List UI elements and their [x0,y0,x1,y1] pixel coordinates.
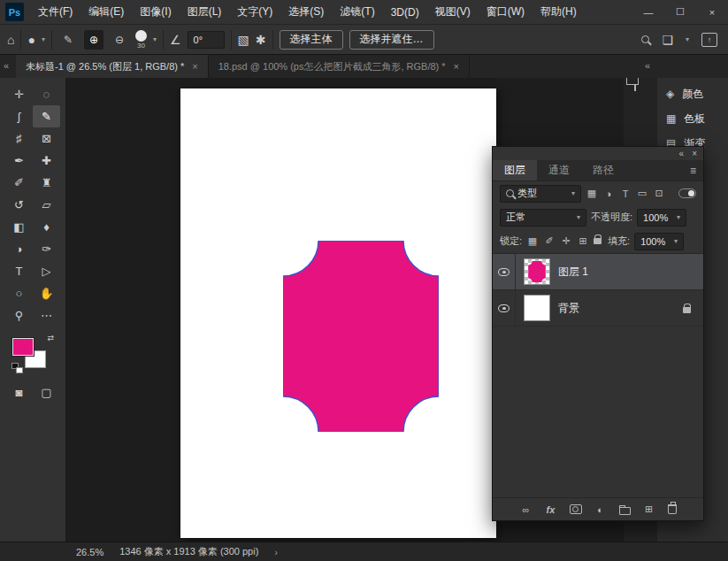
panel-menu-icon[interactable]: ≡ [690,165,703,177]
menu-3d[interactable]: 3D(D) [383,0,427,25]
quick-selection-tool[interactable]: ✎ [33,105,60,127]
menu-filter[interactable]: 滤镜(T) [332,0,382,25]
tab-layers[interactable]: 图层 [493,160,537,181]
menu-edit[interactable]: 编辑(E) [80,0,132,25]
quick-mask-button[interactable]: ◙ [5,381,33,403]
tab-channels[interactable]: 通道 [537,160,581,181]
add-to-selection-mode-button[interactable]: ⊕ [84,30,103,50]
layer-row-layer1[interactable]: 图层 1 [493,254,703,290]
document-canvas[interactable] [180,88,496,538]
layer-thumbnail[interactable] [524,258,550,285]
shape-tool[interactable]: ○ [5,282,33,304]
screen-mode-button[interactable]: ▢ [33,381,60,403]
close-panel-icon[interactable]: × [692,149,697,158]
opacity-input[interactable]: 100% ▾ [637,209,686,227]
layer-filter-type-select[interactable]: 类型 ▾ [500,185,581,203]
delete-layer-icon[interactable] [668,504,677,514]
brush-angle-input[interactable]: 0° [188,31,225,49]
close-tab-icon[interactable]: × [454,61,459,72]
eraser-tool[interactable]: ▱ [33,194,60,216]
blur-tool[interactable]: ♦ [33,216,60,238]
subtract-from-selection-mode-button[interactable]: ⊖ [110,30,129,50]
fill-input[interactable]: 100% ▾ [634,233,684,250]
default-colors-icon[interactable] [11,363,25,374]
maximize-button[interactable]: ☐ [664,0,696,25]
status-chevron-icon[interactable]: › [274,547,278,557]
tab-paths[interactable]: 路径 [581,160,625,181]
dodge-tool[interactable]: ◑ [5,238,33,260]
pixel-layers-filter-icon[interactable]: ▦ [586,188,598,199]
share-image-icon[interactable]: ↑ [701,33,717,47]
document-tab-untitled[interactable]: 未标题-1 @ 26.5% (图层 1, RGB/8) * × [16,55,209,78]
path-selection-tool[interactable]: ▷ [33,260,60,282]
select-subject-button[interactable]: 选择主体 [280,30,343,50]
menu-type[interactable]: 文字(Y) [229,0,280,25]
type-layers-filter-icon[interactable]: T [619,188,632,199]
document-tab-18psd[interactable]: 18.psd @ 100% (ps怎么把图片截成三角形, RGB/8) * × [209,55,470,78]
gradient-tool[interactable]: ◧ [5,216,33,238]
lasso-tool[interactable]: ʃ [5,105,33,127]
layer-style-icon[interactable]: fx [545,504,557,515]
brush-settings-icon[interactable]: ✱ [256,33,266,47]
panel-header[interactable]: « × [493,147,703,160]
layer-row-background[interactable]: 背景 [493,290,703,327]
lock-artboard-icon[interactable]: ⊞ [577,235,589,247]
menu-layer[interactable]: 图层(L) [180,0,230,25]
menu-file[interactable]: 文件(F) [30,0,80,25]
filter-toggle[interactable] [678,188,696,198]
add-layer-mask-icon[interactable] [570,504,582,514]
chevron-down-icon[interactable]: ▾ [686,35,689,43]
select-and-mask-button[interactable]: 选择并遮住… [349,30,434,50]
collapse-tools-icon[interactable]: « [4,60,9,71]
zoom-level[interactable]: 26.5% [76,547,103,557]
panels-icon[interactable] [634,77,636,91]
visibility-toggle[interactable] [493,254,516,289]
close-tab-icon[interactable]: × [192,61,197,72]
chevron-down-icon[interactable]: ▾ [153,35,157,43]
lock-position-icon[interactable]: ✛ [560,235,572,247]
swap-colors-icon[interactable]: ⇄ [47,334,54,342]
search-icon[interactable] [641,35,649,43]
lock-transparency-icon[interactable]: ▦ [526,235,539,247]
menu-window[interactable]: 窗口(W) [479,0,533,25]
menu-help[interactable]: 帮助(H) [533,0,585,25]
frame-tool[interactable]: ⊠ [33,127,60,150]
menu-image[interactable]: 图像(I) [132,0,179,25]
home-icon[interactable]: ⌂ [7,33,14,47]
workspace-switcher-icon[interactable]: ❏ [662,33,673,47]
crop-tool[interactable]: ♯ [5,127,33,150]
spot-healing-tool[interactable]: ✚ [33,150,60,172]
layer-thumbnail[interactable] [524,295,550,321]
zoom-tool[interactable]: ⚲ [5,304,33,327]
move-tool[interactable]: ✛ [5,83,33,105]
brush-size-picker[interactable]: 30 [135,30,147,50]
tool-preset-icon[interactable]: ● [27,33,34,47]
lock-all-icon[interactable] [594,238,602,244]
collapse-panel-icon[interactable]: « [679,149,685,158]
hand-tool[interactable]: ✋ [33,282,60,304]
lock-pixels-icon[interactable]: ✐ [543,235,556,247]
new-selection-mode-button[interactable]: ✎ [58,30,78,50]
panel-item-color[interactable]: ◈ 颜色 [657,81,728,106]
panel-item-swatches[interactable]: ▦ 色板 [657,106,728,131]
eyedropper-tool[interactable]: ✒ [5,150,33,172]
clone-stamp-tool[interactable]: ♜ [33,172,60,194]
adjustment-layer-icon[interactable]: ◐ [594,504,607,515]
history-brush-tool[interactable]: ↺ [5,194,33,216]
brush-tool[interactable]: ✐ [5,172,33,194]
menu-select[interactable]: 选择(S) [280,0,332,25]
new-layer-icon[interactable]: ⊞ [643,503,655,515]
chevron-down-icon[interactable]: ▾ [42,35,45,43]
pen-tool[interactable]: ✑ [33,238,60,260]
blend-mode-select[interactable]: 正常 ▾ [500,209,586,227]
type-tool[interactable]: T [5,260,33,282]
edit-toolbar-button[interactable]: ⋯ [33,304,60,327]
minimize-button[interactable]: — [632,0,664,25]
smart-objects-filter-icon[interactable]: ⊡ [653,188,665,199]
shape-layers-filter-icon[interactable]: ▭ [636,188,648,199]
visibility-toggle[interactable] [493,290,516,326]
sample-all-layers-icon[interactable]: ▧ [238,33,249,47]
collapse-dock-icon[interactable]: « [645,60,650,71]
adjustment-layers-filter-icon[interactable]: ◑ [602,188,615,199]
link-layers-icon[interactable]: ∞ [520,504,533,515]
